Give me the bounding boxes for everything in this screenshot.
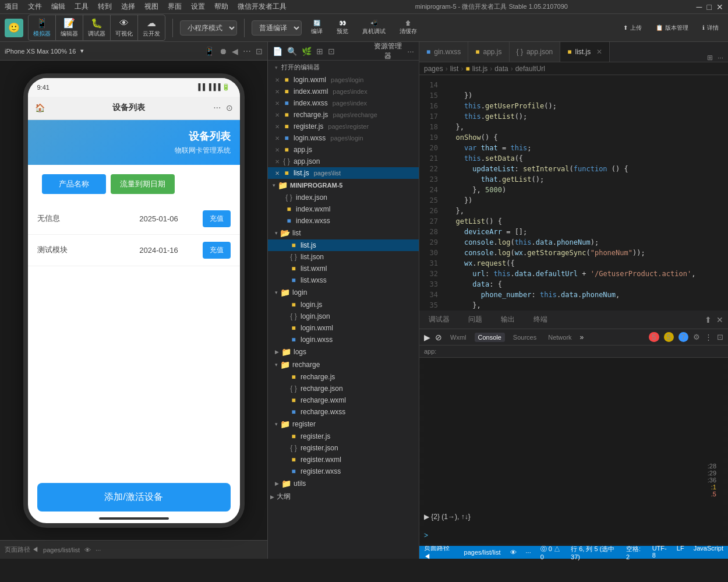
menu-item-edit[interactable]: 编辑 [51, 2, 65, 12]
utils-folder[interactable]: ▶ 📁 utils [268, 477, 419, 490]
open-file-app-json[interactable]: ✕ { } app.json [268, 156, 419, 167]
detail-btn[interactable]: ℹ 详情 [698, 22, 723, 34]
forward-icon[interactable]: ⋯ [243, 47, 251, 56]
file-login-wxml[interactable]: ■ login.wxml [268, 322, 419, 334]
file-login-js[interactable]: ■ login.js [268, 299, 419, 311]
breadcrumb-defaulturl[interactable]: defaultUrl [515, 65, 545, 73]
file-index-wxss[interactable]: ■ index.wxss [268, 215, 419, 227]
file-list-wxss[interactable]: ■ list.wxss [268, 274, 419, 286]
open-file-index-wxss[interactable]: ✕ ■ index.wxss pages\index [268, 97, 419, 109]
debug-settings-icon[interactable]: ⚙ [693, 333, 700, 341]
menu-item-tools[interactable]: 工具 [75, 2, 89, 12]
real-debug-btn[interactable]: 📲 真机调试 [358, 17, 390, 38]
editor-btn[interactable]: 📝 编辑器 [56, 15, 83, 40]
explorer-split-icon[interactable]: ⊞ [316, 47, 323, 56]
upload-btn[interactable]: ⬆ 上传 [619, 22, 646, 34]
split-editor-icon[interactable]: ⊞ [707, 54, 713, 62]
debug-tab-output[interactable]: 输出 [496, 312, 520, 327]
debug-expand-icon[interactable]: ⬆ [705, 315, 712, 324]
version-btn[interactable]: 📋 版本管理 [651, 22, 693, 34]
file-register-wxml[interactable]: ■ register.wxml [268, 454, 419, 465]
mode-select[interactable]: 小程序模式 [180, 20, 237, 36]
rotate-icon[interactable]: ⊡ [256, 47, 263, 56]
menu-item-project[interactable]: 项目 [5, 2, 19, 12]
debug-stop-icon[interactable]: ⊘ [435, 333, 442, 342]
debug-panel-icon[interactable]: ⊡ [717, 333, 723, 341]
status-language[interactable]: JavaScript [694, 545, 723, 560]
visual-btn[interactable]: 👁 可视化 [111, 15, 138, 40]
product-name-btn[interactable]: 产品名称 [42, 174, 106, 194]
file-recharge-wxml[interactable]: ■ recharge.wxml [268, 394, 419, 406]
list-folder[interactable]: ▾ 📂 list [268, 227, 419, 239]
menu-item-view[interactable]: 视图 [144, 2, 158, 12]
open-editors-section[interactable]: ▾ 打开的编辑器 [268, 61, 419, 74]
cloud-btn[interactable]: ☁ 云开发 [138, 15, 165, 40]
explorer-file-icon[interactable]: 📄 [273, 47, 282, 56]
outline-folder[interactable]: ▶ 大纲 [268, 490, 419, 503]
breadcrumb-listjs[interactable]: list.js [472, 65, 488, 73]
file-list-wxml[interactable]: ■ list.wxml [268, 263, 419, 274]
debug-filter-icon[interactable]: ⋮ [705, 333, 712, 341]
open-file-register-js[interactable]: ✕ ■ register.js pages\register [268, 121, 419, 132]
open-file-login-wxss[interactable]: ✕ ■ login.wxss pages\login [268, 132, 419, 144]
more-icon-bottom[interactable]: ··· [96, 546, 101, 553]
menu-item-settings[interactable]: 设置 [191, 2, 205, 12]
add-device-btn[interactable]: 添加/激活设备 [37, 483, 231, 512]
tab-gin-wxss[interactable]: ■ gin.wxss [419, 42, 468, 62]
debug-wxml-tab[interactable]: Wxml [447, 333, 470, 342]
explorer-git-icon[interactable]: 🌿 [302, 47, 312, 56]
home-icon[interactable]: 🏠 [35, 103, 45, 112]
status-page-path[interactable]: 页面路径 ◀ [424, 544, 455, 561]
expire-date-btn[interactable]: 流量到期日期 [111, 174, 175, 194]
recharge-folder[interactable]: ▾ 📁 recharge [268, 358, 419, 371]
explorer-more-icon[interactable]: ··· [407, 47, 414, 56]
debug-run-icon[interactable]: ▶ [424, 333, 430, 342]
menu-item-ui[interactable]: 界面 [168, 2, 182, 12]
menu-item-select[interactable]: 选择 [121, 2, 135, 12]
tab-list-js[interactable]: ■ list.js ✕ [560, 42, 610, 62]
explorer-search-icon[interactable]: 🔍 [287, 47, 297, 56]
logs-folder[interactable]: ▶ 📁 logs [268, 345, 419, 358]
open-file-login-wxml[interactable]: ✕ ■ login.wxml pages\login [268, 74, 419, 86]
maximize-button[interactable]: □ [707, 2, 712, 12]
preview-icon-bottom[interactable]: 👁 [84, 546, 91, 553]
file-recharge-json[interactable]: { } recharge.json [268, 383, 419, 394]
open-file-app-js[interactable]: ✕ ■ app.js [268, 144, 419, 156]
minimize-button[interactable]: ─ [697, 2, 702, 12]
back-icon[interactable]: ◀ [232, 47, 238, 56]
file-register-js[interactable]: ■ register.js [268, 431, 419, 442]
debugger-btn[interactable]: 🐛 调试器 [83, 15, 111, 40]
project-root-folder[interactable]: ▾ 📁 MINIPROGRAM-5 [268, 179, 419, 192]
recharge-btn-1[interactable]: 充值 [203, 210, 231, 227]
open-file-index-wxml[interactable]: ✕ ■ index.wxml pages\index [268, 86, 419, 97]
recharge-btn-2[interactable]: 充值 [203, 242, 231, 259]
breadcrumb-pages[interactable]: pages [424, 65, 443, 73]
clear-cache-btn[interactable]: 🗑 清缓存 [395, 17, 422, 38]
file-recharge-wxss[interactable]: ■ recharge.wxss [268, 406, 419, 418]
debug-tab-problem[interactable]: 问题 [464, 312, 487, 327]
code-content[interactable]: }) this.getUserProfile(); this.getList()… [443, 75, 728, 311]
file-login-wxss[interactable]: ■ login.wxss [268, 334, 419, 345]
register-folder[interactable]: ▾ 📁 register [268, 418, 419, 431]
breadcrumb-list[interactable]: list [450, 65, 459, 73]
compile-select[interactable]: 普通编译 [252, 20, 302, 36]
menu-item-wechat[interactable]: 微信开发者工具 [238, 2, 287, 12]
debug-close-icon[interactable]: ✕ [716, 315, 723, 324]
more-tabs-icon[interactable]: ··· [718, 54, 723, 62]
explorer-menu-icon[interactable]: ⊡ [328, 47, 335, 56]
open-file-list-js-active[interactable]: ✕ ■ list.js pages\list [268, 167, 419, 179]
file-register-wxss[interactable]: ■ register.wxss [268, 465, 419, 477]
status-more-icon[interactable]: ··· [526, 549, 531, 556]
open-file-recharge-js[interactable]: ✕ ■ recharge.js pages\recharge [268, 109, 419, 121]
simulator-btn[interactable]: 📱 模拟器 [29, 15, 56, 40]
status-view-icon[interactable]: 👁 [510, 549, 517, 556]
debug-tab-debugger[interactable]: 调试器 [424, 312, 454, 327]
tab-app-js[interactable]: ■ app.js [468, 42, 509, 62]
preview-btn[interactable]: 👀 预览 [332, 17, 353, 38]
device-selector[interactable]: iPhone XS Max 100% 16 [5, 48, 76, 55]
file-recharge-js[interactable]: ■ recharge.js [268, 371, 419, 383]
file-list-js[interactable]: ■ list.js [268, 239, 419, 251]
close-button[interactable]: ✕ [716, 2, 723, 12]
menu-item-file[interactable]: 文件 [28, 2, 42, 12]
nav-more-icon[interactable]: ··· [213, 103, 221, 113]
